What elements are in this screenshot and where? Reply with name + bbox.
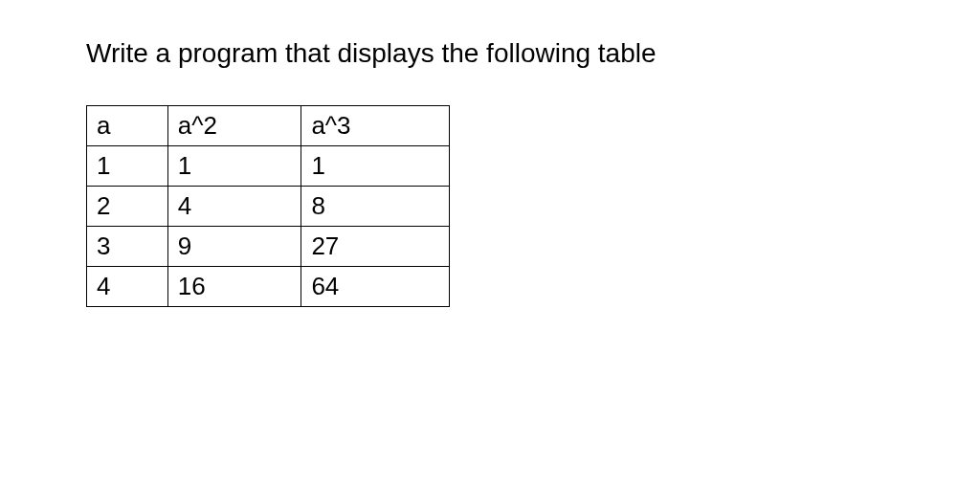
table-row: 1 1 1 [87, 146, 450, 187]
table-cell: 64 [301, 267, 450, 307]
table-row: 3 9 27 [87, 227, 450, 267]
table-cell: 1 [167, 146, 301, 187]
header-cell-a: a [87, 106, 168, 146]
powers-table: a a^2 a^3 1 1 1 2 4 8 3 9 27 4 16 64 [86, 105, 450, 307]
table-cell: 9 [167, 227, 301, 267]
table-cell: 16 [167, 267, 301, 307]
table-cell: 4 [167, 187, 301, 227]
table-cell: 1 [87, 146, 168, 187]
table-cell: 4 [87, 267, 168, 307]
table-cell: 8 [301, 187, 450, 227]
page-title: Write a program that displays the follow… [86, 38, 894, 69]
table-row: 2 4 8 [87, 187, 450, 227]
table-cell: 27 [301, 227, 450, 267]
table-header-row: a a^2 a^3 [87, 106, 450, 146]
table-cell: 3 [87, 227, 168, 267]
header-cell-a3: a^3 [301, 106, 450, 146]
table-row: 4 16 64 [87, 267, 450, 307]
table-cell: 2 [87, 187, 168, 227]
table-cell: 1 [301, 146, 450, 187]
header-cell-a2: a^2 [167, 106, 301, 146]
